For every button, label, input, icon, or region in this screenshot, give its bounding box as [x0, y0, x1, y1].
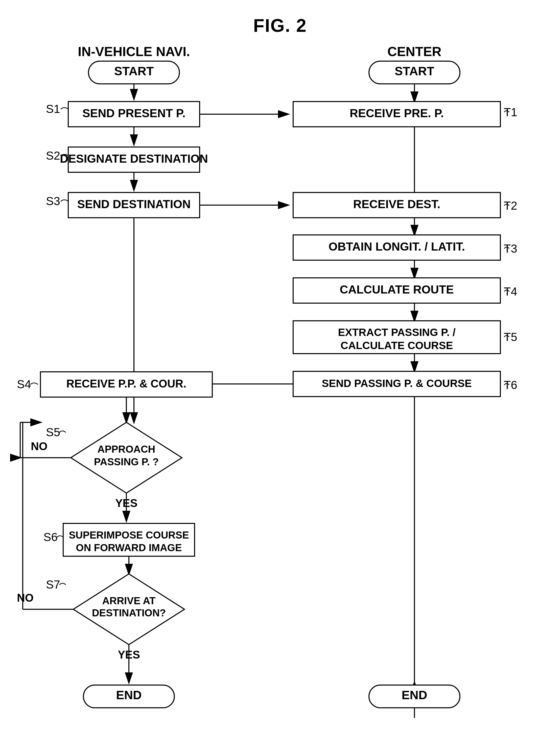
s1-label-bracket — [61, 108, 68, 109]
t6-label: T6 — [504, 379, 517, 391]
t5-box-line2: CALCULATE COURSE — [341, 340, 453, 351]
s4-label: S4 — [17, 378, 31, 391]
s1-box-label: SEND PRESENT P. — [82, 107, 185, 120]
right-start-label: START — [395, 64, 434, 78]
t5-box-line1: EXTRACT PASSING P. / — [338, 326, 456, 338]
t5-label: T5 — [504, 330, 517, 344]
s3-box-label: SEND DESTINATION — [77, 198, 191, 211]
s3-label-bracket — [61, 200, 68, 201]
t3-label: T3 — [504, 242, 517, 255]
s7-diamond-line1: ARRIVE AT — [102, 595, 155, 606]
t3-box-label: OBTAIN LONGIT. / LATIT. — [328, 240, 465, 253]
s6-box-line1: SUPERIMPOSE COURSE — [69, 529, 189, 541]
s5-diamond-line1: APPROACH — [98, 444, 155, 455]
s6-label-bracket — [57, 536, 63, 537]
page-title: FIG. 2 — [0, 0, 560, 46]
s7-label-bracket — [59, 583, 66, 585]
t1-box-label: RECEIVE PRE. P. — [350, 107, 444, 120]
s1-label: S1 — [46, 102, 60, 116]
s6-label: S6 — [43, 530, 58, 544]
s5-label-bracket — [59, 431, 66, 432]
left-column-label: IN-VEHICLE NAVI. — [78, 46, 190, 59]
s4-box-label: RECEIVE P.P. & COUR. — [66, 378, 186, 390]
s7-diamond-line2: DESTINATION? — [92, 607, 166, 618]
t4-label: T4 — [504, 285, 517, 298]
s7-no-label: NO — [17, 592, 34, 604]
t2-box-label: RECEIVE DEST. — [353, 198, 440, 211]
s2-box-label: DESIGNATE DESTINATION — [60, 152, 208, 165]
s7-label: S7 — [46, 578, 60, 591]
t2-label: T2 — [504, 199, 517, 212]
diagram-container: IN-VEHICLE NAVI. CENTER START S1 SEND PR… — [0, 46, 560, 753]
s4-label-bracket — [30, 383, 38, 384]
s5-no-label: NO — [31, 440, 47, 452]
s6-box-line2: ON FORWARD IMAGE — [76, 542, 182, 553]
t4-box-label: CALCULATE ROUTE — [340, 283, 454, 296]
left-end-label: END — [116, 688, 141, 702]
left-start-label: START — [114, 64, 154, 78]
s3-label: S3 — [46, 195, 60, 208]
right-end-label: END — [402, 688, 427, 702]
s2-label: S2 — [46, 149, 60, 162]
s5-label: S5 — [46, 426, 60, 439]
right-column-label: CENTER — [387, 46, 441, 59]
t6-box-label: SEND PASSING P. & COURSE — [322, 378, 472, 389]
t1-label: T1 — [504, 106, 517, 119]
s5-diamond-line2: PASSING P. ? — [94, 456, 159, 467]
